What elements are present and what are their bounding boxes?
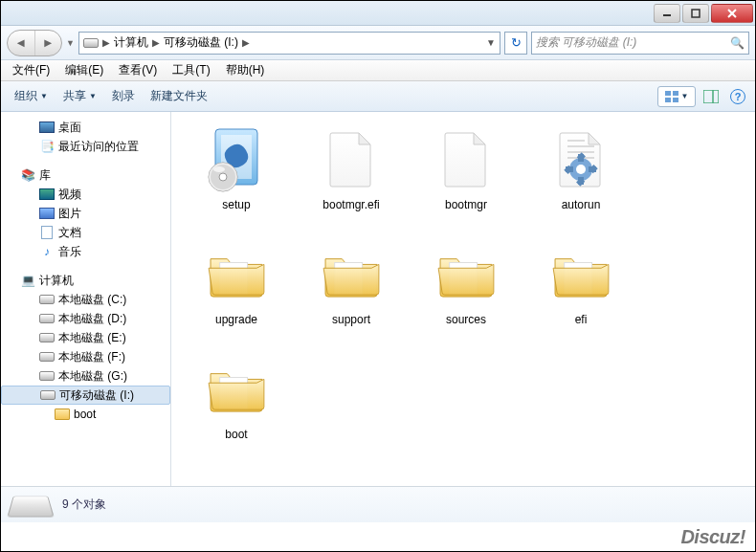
item-label: autorun (562, 198, 601, 211)
window-titlebar (1, 1, 755, 26)
folder-icon (322, 250, 381, 299)
minimize-button[interactable] (654, 4, 680, 23)
file-item[interactable]: bootmgr.efi (294, 121, 409, 236)
search-input[interactable]: 搜索 可移动磁盘 (I:) 🔍 (531, 32, 749, 55)
tree-drive-d[interactable]: 本地磁盘 (D:) (1, 309, 170, 328)
drive-icon (39, 371, 55, 381)
file-item[interactable]: support (294, 236, 409, 351)
file-item[interactable]: autorun (523, 121, 638, 236)
watermark-row: Discuz! (1, 522, 755, 551)
breadcrumb-computer[interactable]: 计算机 (114, 34, 148, 51)
address-bar[interactable]: ▶ 计算机 ▶ 可移动磁盘 (I:) ▶ ▼ (78, 32, 500, 55)
item-thumbnail (546, 125, 615, 194)
desktop-icon (39, 121, 55, 133)
file-item[interactable]: bootmgr (409, 121, 523, 236)
tree-drive-e[interactable]: 本地磁盘 (E:) (1, 328, 170, 347)
command-toolbar: 组织▼ 共享▼ 刻录 新建文件夹 ▼ ? (1, 81, 755, 112)
file-item[interactable]: efi (523, 236, 638, 351)
tree-computer[interactable]: 💻计算机 (1, 271, 170, 290)
breadcrumb-dropdown[interactable]: ▼ (486, 37, 496, 48)
tree-pictures[interactable]: 图片 (1, 204, 170, 223)
item-thumbnail (546, 240, 615, 309)
tree-recent[interactable]: 📑最近访问的位置 (1, 137, 170, 156)
chevron-right-icon: ▶ (152, 37, 160, 48)
tree-music[interactable]: ♪音乐 (1, 242, 170, 261)
menu-tools[interactable]: 工具(T) (165, 60, 217, 80)
status-text: 9 个对象 (62, 497, 106, 513)
tree-documents[interactable]: 文档 (1, 223, 170, 242)
item-label: sources (446, 313, 486, 326)
file-item[interactable]: sources (409, 236, 523, 351)
tree-drive-f[interactable]: 本地磁盘 (F:) (1, 347, 170, 366)
file-grid: setup bootmgr.efi bootmgr autorun upgrad… (179, 121, 747, 466)
tree-drive-i[interactable]: 可移动磁盘 (I:) (1, 386, 170, 405)
close-button[interactable] (711, 4, 753, 23)
chevron-right-icon: ▶ (102, 37, 110, 48)
item-thumbnail (202, 355, 271, 424)
folder-icon (207, 250, 266, 299)
item-label: efi (575, 313, 588, 326)
removable-drive-icon (40, 390, 56, 400)
arrow-left-icon: ◄ (14, 35, 27, 50)
tree-libraries[interactable]: 📚库 (1, 166, 170, 185)
nav-back-forward: ◄ ► (7, 30, 62, 56)
tree-drive-c[interactable]: 本地磁盘 (C:) (1, 290, 170, 309)
refresh-icon: ↻ (511, 35, 522, 50)
drive-icon (39, 314, 55, 323)
file-item[interactable]: boot (179, 351, 294, 466)
navigation-tree[interactable]: 桌面 📑最近访问的位置 📚库 视频 图片 文档 ♪音乐 💻计算机 本地磁盘 (C… (1, 112, 171, 486)
preview-pane-button[interactable] (700, 86, 723, 107)
refresh-button[interactable]: ↻ (504, 32, 527, 55)
burn-button[interactable]: 刻录 (104, 84, 143, 108)
breadcrumb-current[interactable]: 可移动磁盘 (I:) (164, 34, 238, 51)
svg-point-15 (213, 166, 225, 172)
menu-file[interactable]: 文件(F) (5, 60, 57, 80)
back-button[interactable]: ◄ (8, 31, 35, 55)
svg-point-29 (576, 165, 586, 174)
arrow-right-icon: ► (42, 35, 55, 50)
svg-rect-7 (673, 98, 678, 102)
item-label: upgrade (215, 313, 257, 326)
tree-folder-boot[interactable]: boot (1, 405, 170, 424)
item-label: boot (225, 428, 247, 441)
help-button[interactable]: ? (726, 86, 749, 107)
folder-icon (551, 250, 611, 299)
menu-edit[interactable]: 编辑(E) (57, 60, 111, 80)
svg-rect-5 (673, 91, 678, 96)
file-list-pane[interactable]: setup bootmgr.efi bootmgr autorun upgrad… (171, 112, 755, 486)
view-options-button[interactable]: ▼ (657, 86, 696, 107)
item-label: setup (222, 198, 250, 211)
music-icon: ♪ (39, 244, 55, 259)
item-label: support (332, 313, 370, 326)
maximize-icon (691, 9, 700, 18)
item-thumbnail (317, 125, 386, 194)
drive-large-icon (7, 496, 54, 517)
maximize-button[interactable] (682, 4, 709, 23)
forward-button[interactable]: ► (35, 31, 62, 55)
folder-icon (207, 364, 266, 414)
history-dropdown[interactable]: ▼ (66, 38, 75, 48)
svg-rect-8 (703, 90, 719, 103)
tree-videos[interactable]: 视频 (1, 185, 170, 204)
chevron-down-icon: ▼ (681, 92, 689, 100)
search-icon: 🔍 (730, 36, 745, 50)
menu-view[interactable]: 查看(V) (111, 60, 165, 80)
share-button[interactable]: 共享▼ (56, 84, 104, 108)
item-label: bootmgr.efi (322, 198, 379, 211)
folder-icon (55, 408, 70, 420)
preview-pane-icon (703, 90, 719, 103)
menu-help[interactable]: 帮助(H) (218, 60, 273, 80)
item-thumbnail (432, 240, 500, 309)
new-folder-button[interactable]: 新建文件夹 (143, 84, 215, 108)
item-thumbnail (202, 240, 271, 309)
tree-desktop[interactable]: 桌面 (1, 118, 170, 137)
view-icon (665, 91, 678, 102)
tree-drive-g[interactable]: 本地磁盘 (G:) (1, 366, 170, 386)
svg-rect-4 (665, 91, 671, 96)
document-icon (41, 226, 53, 239)
file-item[interactable]: upgrade (179, 236, 294, 351)
help-icon: ? (730, 89, 745, 104)
svg-point-14 (219, 173, 227, 181)
file-item[interactable]: setup (179, 121, 294, 236)
organize-button[interactable]: 组织▼ (7, 84, 56, 108)
